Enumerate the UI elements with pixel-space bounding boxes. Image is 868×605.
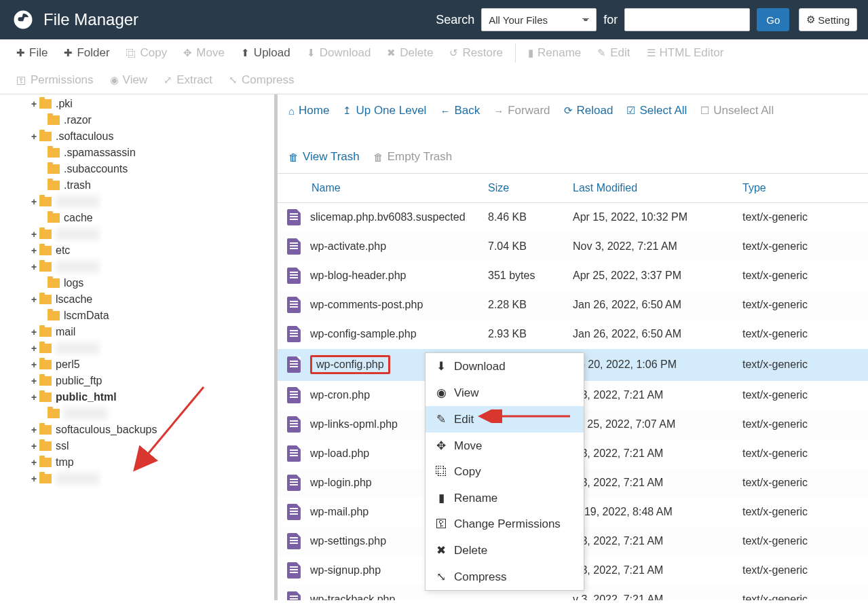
- tree-label[interactable]: softaculous_backups: [56, 424, 157, 436]
- edit-button[interactable]: ✎Edit: [589, 39, 638, 67]
- extract-button[interactable]: ⤢Extract: [155, 67, 221, 94]
- expand-icon[interactable]: +: [30, 424, 38, 435]
- download-button[interactable]: ⬇Download: [299, 39, 379, 67]
- tree-item[interactable]: +ssl: [0, 438, 274, 454]
- expand-icon[interactable]: +: [30, 294, 38, 305]
- permissions-button[interactable]: ⚿Permissions: [8, 67, 102, 94]
- tree-label[interactable]: perl5: [56, 359, 80, 371]
- tree-label[interactable]: .pki: [56, 98, 73, 110]
- ctx-move[interactable]: ✥Move: [426, 433, 584, 459]
- tree-label[interactable]: [56, 228, 99, 240]
- file-name[interactable]: wp-activate.php: [310, 240, 386, 253]
- view-button[interactable]: ◉View: [102, 67, 156, 94]
- tree-item[interactable]: +tmp: [0, 454, 274, 471]
- file-name[interactable]: wp-links-opml.php: [310, 418, 398, 430]
- select-all-button[interactable]: ☑Select All: [626, 101, 687, 120]
- expand-icon[interactable]: +: [30, 131, 38, 142]
- ctx-compress[interactable]: ⤡Compress: [426, 564, 584, 590]
- tree-item[interactable]: +.spamassassin: [0, 145, 274, 161]
- tree-label[interactable]: logs: [64, 277, 83, 289]
- tree-label[interactable]: [64, 407, 107, 420]
- file-name[interactable]: wp-comments-post.php: [310, 299, 423, 311]
- file-name[interactable]: wp-mail.php: [310, 506, 369, 518]
- expand-icon[interactable]: +: [30, 261, 38, 272]
- forward-button[interactable]: →Forward: [493, 101, 550, 120]
- tree-label[interactable]: tmp: [56, 456, 74, 469]
- restore-button[interactable]: ↺Restore: [441, 39, 511, 67]
- home-button[interactable]: ⌂Home: [288, 101, 329, 120]
- file-name[interactable]: wp-cron.php: [310, 389, 370, 401]
- tree-item[interactable]: +: [0, 340, 274, 356]
- file-name[interactable]: wp-config.php: [310, 355, 390, 374]
- expand-icon[interactable]: +: [30, 375, 38, 386]
- tree-item[interactable]: +public_ftp: [0, 373, 274, 389]
- table-row[interactable]: slicemap.php.bv6083.suspected8.46 KBApr …: [278, 203, 868, 232]
- settings-button[interactable]: ⚙Setting: [799, 8, 857, 31]
- file-name[interactable]: wp-blog-header.php: [310, 270, 406, 282]
- delete-button[interactable]: ✖Delete: [379, 39, 441, 67]
- tree-label[interactable]: lscache: [56, 293, 92, 306]
- tree-label[interactable]: [56, 261, 99, 273]
- empty-trash-button[interactable]: 🗑Empty Trash: [373, 147, 452, 166]
- file-name[interactable]: slicemap.php.bv6083.suspected: [310, 211, 466, 223]
- tree-item[interactable]: +.razor: [0, 112, 274, 128]
- file-name[interactable]: wp-login.php: [310, 477, 372, 489]
- table-row[interactable]: wp-comments-post.php2.28 KBJan 26, 2022,…: [278, 291, 868, 320]
- tree-item[interactable]: +: [0, 226, 274, 242]
- col-size[interactable]: Size: [481, 174, 566, 203]
- copy-button[interactable]: ⿻Copy: [118, 39, 176, 67]
- ctx-edit[interactable]: ✎Edit: [426, 406, 584, 433]
- tree-item[interactable]: +perl5: [0, 356, 274, 373]
- tree-label[interactable]: .subaccounts: [64, 163, 128, 175]
- tree-label[interactable]: .spamassassin: [64, 147, 136, 159]
- tree-label[interactable]: etc: [56, 244, 70, 257]
- file-name[interactable]: wp-settings.php: [310, 535, 386, 547]
- tree-label[interactable]: public_html: [56, 391, 117, 403]
- table-row[interactable]: wp-blog-header.php351 bytesApr 25, 2022,…: [278, 261, 868, 291]
- tree-label[interactable]: .trash: [64, 179, 91, 191]
- col-type[interactable]: Type: [736, 174, 868, 203]
- file-name[interactable]: wp-signup.php: [310, 564, 381, 576]
- search-scope-select[interactable]: All Your Files: [481, 8, 597, 31]
- rename-button[interactable]: ▮Rename: [520, 39, 589, 67]
- tree-label[interactable]: .softaculous: [56, 130, 113, 143]
- tree-item[interactable]: +mail: [0, 324, 274, 340]
- tree-item[interactable]: +softaculous_backups: [0, 422, 274, 438]
- tree-item[interactable]: +public_html: [0, 389, 274, 405]
- ctx-delete[interactable]: ✖Delete: [426, 537, 584, 564]
- search-input[interactable]: [624, 8, 750, 31]
- tree-item[interactable]: +: [0, 471, 274, 487]
- tree-item[interactable]: +lscmData: [0, 308, 274, 324]
- expand-icon[interactable]: +: [30, 98, 38, 109]
- up-level-button[interactable]: ↥Up One Level: [343, 101, 426, 120]
- tree-label[interactable]: [56, 473, 99, 485]
- tree-item[interactable]: +: [0, 259, 274, 275]
- tree-label[interactable]: cache: [64, 212, 93, 224]
- move-button[interactable]: ✥Move: [175, 39, 233, 67]
- tree-item[interactable]: +: [0, 405, 274, 422]
- expand-icon[interactable]: +: [30, 441, 38, 452]
- table-row[interactable]: wp-activate.php7.04 KBNov 3, 2022, 7:21 …: [278, 232, 868, 261]
- tree-label[interactable]: mail: [56, 326, 75, 338]
- table-row[interactable]: wp-config-sample.php2.93 KBJan 26, 2022,…: [278, 320, 868, 349]
- tree-item[interactable]: +logs: [0, 275, 274, 291]
- tree-label[interactable]: public_ftp: [56, 375, 102, 387]
- tree-label[interactable]: lscmData: [64, 310, 109, 322]
- tree-item[interactable]: +lscache: [0, 291, 274, 308]
- go-button[interactable]: Go: [757, 8, 789, 31]
- col-name[interactable]: Name: [278, 174, 481, 203]
- back-button[interactable]: ←Back: [440, 101, 480, 120]
- tree-label[interactable]: [56, 196, 99, 208]
- expand-icon[interactable]: +: [30, 343, 38, 354]
- upload-button[interactable]: ⬆Upload: [233, 39, 299, 67]
- tree-item[interactable]: +.subaccounts: [0, 161, 274, 177]
- ctx-download[interactable]: ⬇Download: [426, 353, 584, 380]
- folder-tree[interactable]: +.pki+.razor+.softaculous+.spamassassin+…: [0, 94, 275, 600]
- reload-button[interactable]: ⟳Reload: [564, 101, 614, 120]
- tree-item[interactable]: +cache: [0, 210, 274, 226]
- expand-icon[interactable]: +: [30, 359, 38, 370]
- expand-icon[interactable]: +: [30, 457, 38, 468]
- expand-icon[interactable]: +: [30, 245, 38, 256]
- tree-item[interactable]: +.trash: [0, 177, 274, 194]
- ctx-copy[interactable]: ⿻Copy: [426, 459, 584, 485]
